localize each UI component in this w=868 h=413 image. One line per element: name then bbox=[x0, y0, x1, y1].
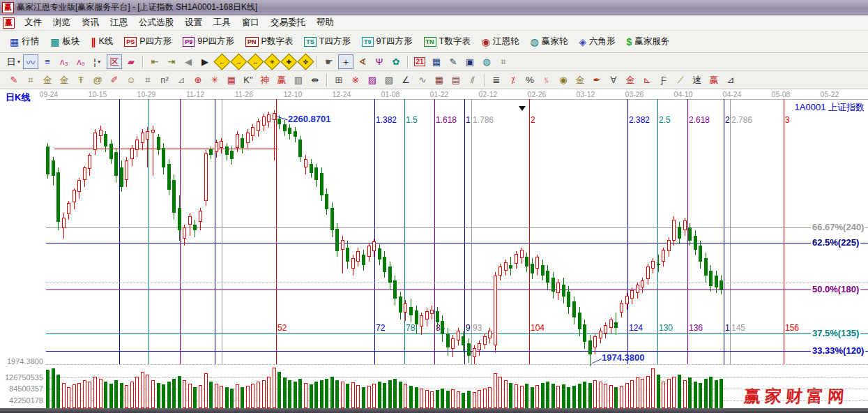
menu-item-3[interactable]: 江恩 bbox=[105, 15, 133, 30]
menu-item-8[interactable]: 交易委托 bbox=[265, 15, 311, 30]
gold-rise-tool[interactable]: ⟋ bbox=[673, 73, 688, 87]
n2-tool[interactable]: n² bbox=[157, 73, 172, 87]
menu-item-5[interactable]: 设置 bbox=[179, 15, 208, 30]
sectors-button[interactable]: ▩板块 bbox=[45, 33, 85, 50]
histogram-button[interactable]: ▰ bbox=[123, 54, 139, 69]
period-selector[interactable]: 日▼ bbox=[6, 54, 22, 69]
compress-button[interactable]: ✳ bbox=[264, 54, 280, 69]
arc-tool[interactable]: ∀ bbox=[606, 73, 621, 87]
width-tool[interactable]: ⇹ bbox=[307, 73, 323, 87]
grid-tool-1[interactable]: ⌗ bbox=[23, 73, 38, 87]
t-table-button[interactable]: TNT数字表 bbox=[418, 33, 476, 50]
gann-box-tool[interactable]: ▦ bbox=[432, 73, 447, 87]
fan-box2-tool[interactable]: ▧ bbox=[381, 73, 397, 87]
angle-tool-button[interactable]: ∢ bbox=[355, 54, 370, 69]
gold-grid-tool-1[interactable]: 金 bbox=[40, 73, 55, 87]
winner-wheel-button[interactable]: ◍赢家轮 bbox=[524, 33, 573, 50]
pen-grid-tool[interactable]: ✐ bbox=[107, 73, 122, 87]
parallel-tool[interactable]: ⫽ bbox=[465, 73, 480, 87]
quotes-button[interactable]: ▦行情 bbox=[4, 33, 45, 50]
gold-circle-tool[interactable]: ◉ bbox=[556, 73, 571, 87]
menu-item-6[interactable]: 工具 bbox=[208, 15, 236, 30]
web-tool[interactable]: ✳ bbox=[207, 73, 222, 87]
circle-cycle-tool[interactable]: ☺ bbox=[123, 73, 139, 87]
hexagon-button[interactable]: ◈六角形 bbox=[573, 33, 620, 50]
ink-tool[interactable]: ✒ bbox=[589, 73, 604, 87]
notes-button[interactable]: ✎ bbox=[446, 54, 461, 69]
l-angle-tool[interactable]: ⊾ bbox=[639, 73, 655, 87]
shift-right-button[interactable]: → bbox=[231, 54, 246, 69]
pattern-view-button[interactable]: 〰 bbox=[23, 54, 38, 69]
save-button[interactable]: ▣ bbox=[462, 54, 478, 69]
gold-grid-tool-2[interactable]: 金 bbox=[56, 73, 72, 87]
k-quote-tool-icon: K" bbox=[243, 75, 252, 85]
title-bar[interactable]: 赢 赢家江恩专业版[赢家服务平台] - [上证指数 SH1A0001-168日K… bbox=[0, 0, 868, 15]
fan-tool[interactable]: ※ bbox=[348, 73, 363, 87]
menu-item-0[interactable]: 文件 bbox=[19, 15, 47, 30]
shift-left-button[interactable]: ← bbox=[214, 54, 229, 69]
fan-box-tool[interactable]: ▨ bbox=[365, 73, 380, 87]
prev-bar-button[interactable]: ◀ bbox=[181, 54, 196, 69]
compass-tool[interactable]: ⊿ bbox=[174, 73, 189, 87]
k-quote-tool[interactable]: K" bbox=[241, 73, 256, 87]
p-square-button[interactable]: PSP四方形 bbox=[119, 33, 177, 50]
info-panel-button[interactable]: ≡ bbox=[40, 54, 55, 69]
chart-canvas[interactable]: 日K线 1A0001 上证指数 赢家财富网 09-2410-1510-2911-… bbox=[0, 89, 868, 408]
crosshair-button[interactable]: ＋ bbox=[338, 54, 353, 69]
percent-tool[interactable]: % bbox=[522, 73, 538, 87]
percent-zone-tool[interactable]: ⁒ bbox=[505, 73, 521, 87]
thin-candle-button[interactable]: ¦▼ bbox=[90, 54, 105, 69]
send-pc-button[interactable]: ⌗ bbox=[496, 54, 511, 69]
expand-h-button[interactable]: ↔ bbox=[248, 54, 263, 69]
p-table-button[interactable]: PNP数字表 bbox=[240, 33, 298, 50]
hand-tool-button[interactable]: ☛ bbox=[321, 54, 337, 69]
price-scale-tool[interactable]: ≣ bbox=[489, 73, 504, 87]
win-tool[interactable]: 赢 bbox=[274, 73, 289, 87]
web-box-tool[interactable]: ▦ bbox=[224, 73, 239, 87]
speed-tool[interactable]: 速 bbox=[690, 73, 705, 87]
percent-line-tool[interactable]: ﹪ bbox=[539, 73, 554, 87]
export-button[interactable]: ◍ bbox=[479, 54, 494, 69]
win-line-tool[interactable]: 赢 bbox=[706, 73, 722, 87]
gann-shape-button[interactable]: Ψ bbox=[372, 54, 387, 69]
menu-item-9[interactable]: 帮助 bbox=[311, 15, 340, 30]
calendar-button[interactable]: 21 bbox=[412, 54, 427, 69]
frame-tool[interactable]: ⊞ bbox=[331, 73, 347, 87]
next-bar-button[interactable]: ▶ bbox=[197, 54, 213, 69]
grid123-tool[interactable]: ▥ bbox=[291, 73, 306, 87]
menu-item-7[interactable]: 窗口 bbox=[236, 15, 265, 30]
angle-line-tool-icon: ∠ bbox=[402, 75, 410, 85]
spiral-tool[interactable]: @ bbox=[90, 73, 105, 87]
brush-tool[interactable]: ✎ bbox=[6, 73, 22, 87]
zoom-all-button[interactable]: ✜ bbox=[298, 54, 313, 69]
candle bbox=[257, 121, 260, 131]
9p-square-button[interactable]: P99P四方形 bbox=[177, 33, 240, 50]
t-square-button[interactable]: TST四方形 bbox=[298, 33, 356, 50]
last-bar-button[interactable]: ⇥ bbox=[164, 54, 179, 69]
gann-box2-tool[interactable]: ▤ bbox=[448, 73, 464, 87]
menu-item-2[interactable]: 资讯 bbox=[76, 15, 105, 30]
menu-item-1[interactable]: 浏览 bbox=[47, 15, 76, 30]
kline-button[interactable]: ∥K线 bbox=[85, 33, 119, 50]
tick-grid-tool[interactable]: ⌗ bbox=[140, 73, 155, 87]
calculator-button[interactable]: ▦ bbox=[429, 54, 444, 69]
cycle-tool-button[interactable]: ✿ bbox=[388, 54, 404, 69]
menu-item-4[interactable]: 公式选股 bbox=[133, 15, 179, 30]
gold-level-tool[interactable]: 金 bbox=[572, 73, 588, 87]
service-button[interactable]: $赢家服务 bbox=[620, 33, 675, 50]
slope-tool[interactable]: ⊿ bbox=[723, 73, 738, 87]
shen-tool[interactable]: 神 bbox=[257, 73, 273, 87]
f-grid-tool[interactable]: Ŧ bbox=[73, 73, 89, 87]
red-pattern-button[interactable]: 区 bbox=[107, 54, 122, 69]
wave-tool[interactable]: ∿ bbox=[415, 73, 430, 87]
9t-square-button[interactable]: T99T四方形 bbox=[356, 33, 418, 50]
target-tool[interactable]: ⊕ bbox=[190, 73, 206, 87]
gold-angle-tool[interactable]: 金 bbox=[623, 73, 638, 87]
gann-wheel-button[interactable]: ◉江恩轮 bbox=[476, 33, 525, 50]
expand-all-button[interactable]: ✚ bbox=[281, 54, 296, 69]
angle-line-tool[interactable]: ∠ bbox=[398, 73, 413, 87]
f-angle-tool[interactable]: Ƒ bbox=[656, 73, 671, 87]
wave3-button[interactable]: ʌ₃ bbox=[56, 54, 72, 69]
wave9-button[interactable]: ʌ₉ bbox=[73, 54, 89, 69]
first-bar-button[interactable]: ⇤ bbox=[147, 54, 162, 69]
